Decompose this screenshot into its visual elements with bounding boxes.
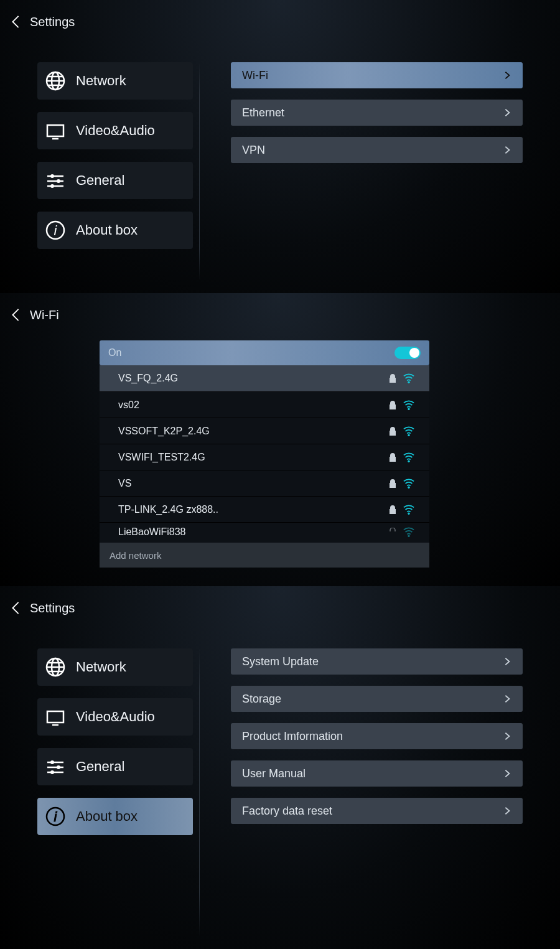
wifi-toggle-row[interactable]: On xyxy=(100,340,429,365)
wifi-network-row[interactable]: VS_FQ_2.4G xyxy=(100,365,429,391)
row-storage[interactable]: Storage xyxy=(231,686,523,712)
sidebar: Network Video&Audio General About box xyxy=(0,62,199,281)
lock-icon xyxy=(385,401,401,409)
info-icon xyxy=(44,805,67,828)
row-product-info[interactable]: Product Imformation xyxy=(231,723,523,749)
row-label: System Update xyxy=(242,655,319,668)
header-title: Settings xyxy=(30,15,75,29)
chevron-left-icon xyxy=(9,601,22,615)
row-wifi[interactable]: Wi-Fi xyxy=(231,62,523,88)
wifi-ssid: VSWIFI_TEST2.4G xyxy=(118,452,385,463)
back-button[interactable] xyxy=(9,15,22,29)
add-network-label: Add network xyxy=(110,550,161,561)
wifi-signal-icon xyxy=(401,426,417,437)
screen-settings-about: Settings Network Video&Audio General Abo… xyxy=(0,586,560,949)
row-ethernet[interactable]: Ethernet xyxy=(231,100,523,126)
chevron-right-icon xyxy=(503,769,511,778)
wifi-toggle[interactable] xyxy=(394,347,421,359)
toggle-knob xyxy=(409,348,419,358)
row-factory-reset[interactable]: Factory data reset xyxy=(231,798,523,824)
sidebar-item-label: Video&Audio xyxy=(76,709,155,725)
row-label: Storage xyxy=(242,693,281,706)
sidebar-item-video-audio[interactable]: Video&Audio xyxy=(37,698,193,736)
wifi-network-row[interactable]: VSSOFT_K2P_2.4G xyxy=(100,418,429,444)
wifi-state-label: On xyxy=(108,347,121,358)
back-button[interactable] xyxy=(9,601,22,615)
wifi-ssid: VSSOFT_K2P_2.4G xyxy=(118,426,385,437)
wifi-network-row[interactable]: LieBaoWiFi838 xyxy=(100,522,429,541)
wifi-ssid: TP-LINK_2.4G zx888.. xyxy=(118,504,385,515)
row-system-update[interactable]: System Update xyxy=(231,648,523,675)
row-label: Wi-Fi xyxy=(242,69,268,82)
detail-panel: Wi-Fi Ethernet VPN xyxy=(200,62,560,281)
row-user-manual[interactable]: User Manual xyxy=(231,760,523,787)
lock-icon xyxy=(385,427,401,436)
wifi-ssid: vs02 xyxy=(118,400,385,411)
sidebar-item-label: Video&Audio xyxy=(76,123,155,139)
wifi-ssid: VS xyxy=(118,478,385,489)
sidebar-item-video-audio[interactable]: Video&Audio xyxy=(37,112,193,149)
lock-icon xyxy=(385,528,401,536)
row-label: Factory data reset xyxy=(242,805,332,818)
sliders-icon xyxy=(44,755,67,778)
header: Wi-Fi xyxy=(0,293,560,337)
sidebar: Network Video&Audio General About box xyxy=(0,648,199,937)
content-columns: Network Video&Audio General About box Sy… xyxy=(0,648,560,937)
row-label: VPN xyxy=(242,144,265,157)
sidebar-item-network[interactable]: Network xyxy=(37,62,193,100)
screen-settings-network: Settings Network Video&Audio General Abo… xyxy=(0,0,560,293)
wifi-signal-icon xyxy=(401,452,417,463)
sidebar-item-general[interactable]: General xyxy=(37,748,193,785)
monitor-icon xyxy=(44,119,67,143)
sidebar-item-label: General xyxy=(76,172,124,189)
chevron-left-icon xyxy=(9,15,22,29)
lock-icon xyxy=(385,505,401,514)
wifi-network-row[interactable]: VS xyxy=(100,470,429,496)
header: Settings xyxy=(0,0,560,44)
wifi-signal-icon xyxy=(401,478,417,489)
row-label: Product Imformation xyxy=(242,730,343,743)
row-vpn[interactable]: VPN xyxy=(231,137,523,163)
screen-wifi: Wi-Fi On VS_FQ_2.4G vs02 VSSOFT_K2P_2.4G xyxy=(0,293,560,586)
wifi-network-list[interactable]: VS_FQ_2.4G vs02 VSSOFT_K2P_2.4G VSWIFI_T… xyxy=(100,365,429,543)
sliders-icon xyxy=(44,169,67,192)
chevron-right-icon xyxy=(503,694,511,703)
chevron-right-icon xyxy=(503,732,511,741)
header: Settings xyxy=(0,586,560,630)
info-icon xyxy=(44,218,67,242)
add-network-button[interactable]: Add network xyxy=(100,543,429,568)
sidebar-item-label: About box xyxy=(76,808,138,825)
globe-icon xyxy=(44,69,67,93)
sidebar-item-about-box[interactable]: About box xyxy=(37,212,193,249)
lock-icon xyxy=(385,374,401,383)
sidebar-item-label: General xyxy=(76,759,124,775)
chevron-right-icon xyxy=(503,806,511,815)
sidebar-item-label: About box xyxy=(76,222,138,238)
chevron-right-icon xyxy=(503,71,511,80)
chevron-left-icon xyxy=(9,308,22,322)
sidebar-item-label: Network xyxy=(76,73,126,89)
globe-icon xyxy=(44,655,67,679)
chevron-right-icon xyxy=(503,146,511,154)
sidebar-item-about-box[interactable]: About box xyxy=(37,798,193,835)
wifi-network-row[interactable]: vs02 xyxy=(100,391,429,418)
chevron-right-icon xyxy=(503,108,511,117)
wifi-network-row[interactable]: TP-LINK_2.4G zx888.. xyxy=(100,496,429,522)
row-label: User Manual xyxy=(242,767,306,780)
content-columns: Network Video&Audio General About box Wi… xyxy=(0,62,560,281)
chevron-right-icon xyxy=(503,657,511,666)
lock-icon xyxy=(385,453,401,462)
wifi-signal-icon xyxy=(401,504,417,515)
wifi-network-row[interactable]: VSWIFI_TEST2.4G xyxy=(100,444,429,470)
sidebar-item-network[interactable]: Network xyxy=(37,648,193,686)
detail-panel: System Update Storage Product Imformatio… xyxy=(200,648,560,937)
monitor-icon xyxy=(44,705,67,729)
wifi-signal-icon xyxy=(401,400,417,411)
header-title: Wi-Fi xyxy=(30,308,59,322)
wifi-ssid: VS_FQ_2.4G xyxy=(118,373,385,384)
lock-icon xyxy=(385,479,401,488)
wifi-signal-icon xyxy=(401,373,417,384)
wifi-signal-icon xyxy=(401,526,417,538)
sidebar-item-general[interactable]: General xyxy=(37,162,193,199)
back-button[interactable] xyxy=(9,308,22,322)
